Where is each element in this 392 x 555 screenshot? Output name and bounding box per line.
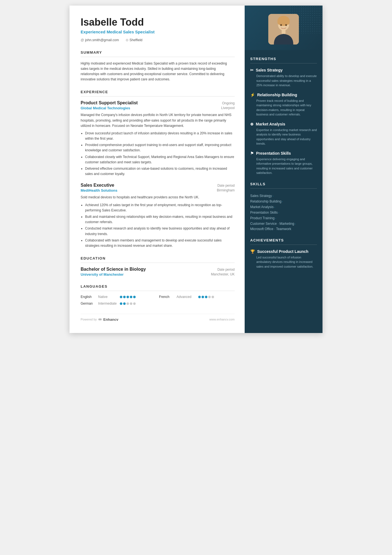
job-2-bullets: Achieved 120% of sales target in the fir… bbox=[81, 203, 235, 249]
job-1-bullets: Drove successful product launch of infus… bbox=[81, 131, 235, 177]
experience-divider bbox=[81, 96, 235, 97]
dot bbox=[202, 296, 204, 298]
svg-point-6 bbox=[285, 24, 287, 26]
svg-rect-4 bbox=[282, 29, 286, 34]
education-title: EDUCATION bbox=[81, 256, 235, 260]
job-2-description: Sold medical devices to hospitals and he… bbox=[81, 195, 235, 200]
email-value: john.smith@gmail.com bbox=[85, 38, 119, 42]
location-contact: ⊙ Sheffield bbox=[126, 38, 142, 42]
strength-3: ⊕ Market Analysis Expertise in conductin… bbox=[250, 122, 317, 146]
achievement-1-icon: 🏆 bbox=[250, 249, 255, 254]
skill-dot: · bbox=[278, 210, 279, 215]
edu-1-date: Date period bbox=[217, 268, 235, 272]
job-1-title: Product Support Specialist bbox=[81, 100, 138, 105]
resume-container: Isabelle Todd Experienced Medical Sales … bbox=[70, 6, 322, 333]
strength-2-title: ⚡ Relationship Building bbox=[250, 93, 317, 97]
skill-dot: · bbox=[272, 194, 274, 198]
summary-divider bbox=[81, 57, 235, 57]
skill-6-name: Customer Service · Marketing bbox=[250, 222, 294, 226]
powered-by-text: Powered by bbox=[81, 318, 97, 321]
dot bbox=[130, 302, 132, 305]
dot bbox=[133, 302, 136, 305]
dot bbox=[126, 302, 129, 305]
email-icon: @ bbox=[81, 38, 84, 42]
photo-area bbox=[245, 6, 322, 50]
languages-section: LANGUAGES English Native bbox=[81, 284, 235, 305]
dot bbox=[120, 302, 122, 305]
strength-4-label: Presentation Skills bbox=[256, 151, 291, 156]
svg-rect-3 bbox=[277, 19, 290, 25]
strength-1: ✂ Sales Strategy Demonstrated ability to… bbox=[250, 68, 317, 88]
experience-title: EXPERIENCE bbox=[81, 90, 235, 94]
strength-3-icon: ⊕ bbox=[250, 122, 254, 126]
lang-english-dots bbox=[120, 296, 136, 298]
location-icon: ⊙ bbox=[126, 38, 128, 42]
dot bbox=[123, 302, 126, 305]
lang-english-level: Native bbox=[98, 295, 118, 299]
edu-1-institution-line: University of Manchester Manchester, UK bbox=[81, 272, 235, 277]
job-2-location: Birmingham bbox=[217, 188, 235, 193]
skill-7: Microsoft Office · Teamwork bbox=[250, 226, 317, 231]
job-2-bullet-3: Conducted market research and analysis t… bbox=[85, 226, 235, 236]
left-column: Isabelle Todd Experienced Medical Sales … bbox=[70, 6, 245, 333]
job-1-company: Global Medical Technologies bbox=[81, 106, 130, 110]
skill-4: Presentation Skills · bbox=[250, 210, 317, 215]
strength-2-desc: Proven track record of building and main… bbox=[250, 98, 317, 117]
edu-1-location: Manchester, UK bbox=[211, 272, 235, 277]
strength-4-desc: Experience delivering engaging and infor… bbox=[250, 157, 317, 175]
skill-dot: · bbox=[275, 216, 276, 220]
candidate-title: Experienced Medical Sales Specialist bbox=[81, 29, 235, 34]
summary-section: SUMMARY Highly motivated and experienced… bbox=[81, 50, 235, 82]
dot bbox=[120, 296, 122, 298]
job-1-bullet-3: Collaborated closely with Technical Supp… bbox=[85, 154, 235, 165]
edu-1: Bachelor of Science in Biology Date peri… bbox=[81, 267, 235, 277]
strength-1-icon: ✂ bbox=[250, 68, 254, 72]
strength-3-desc: Expertise in conducting market research … bbox=[250, 128, 317, 146]
strength-1-label: Sales Strategy bbox=[256, 68, 283, 72]
job-1-location: Liverpool bbox=[221, 106, 235, 110]
languages-title: LANGUAGES bbox=[81, 284, 235, 288]
header-section: Isabelle Todd Experienced Medical Sales … bbox=[81, 17, 235, 42]
job-1-bullet-4: Delivered effective communication on val… bbox=[85, 166, 235, 177]
skill-1-name: Sales Strategy bbox=[250, 194, 272, 198]
skill-dot: · bbox=[282, 199, 283, 204]
skill-3: Market Analysis · bbox=[250, 204, 317, 210]
candidate-name: Isabelle Todd bbox=[81, 17, 235, 28]
achievements-title: ACHIEVEMENTS bbox=[250, 238, 317, 242]
lang-french-level: Advanced bbox=[177, 295, 196, 299]
strength-1-title: ✂ Sales Strategy bbox=[250, 68, 317, 72]
experience-section: EXPERIENCE Product Support Specialist On… bbox=[81, 90, 235, 248]
education-section: EDUCATION Bachelor of Science in Biology… bbox=[81, 256, 235, 277]
strength-3-label: Market Analysis bbox=[256, 122, 285, 126]
achievements-divider bbox=[250, 245, 317, 245]
profile-photo-svg bbox=[268, 14, 299, 45]
right-content: STRENGTHS ✂ Sales Strategy Demonstrated … bbox=[245, 50, 322, 279]
skill-6: Customer Service · Marketing · bbox=[250, 221, 317, 226]
lang-english: English Native bbox=[81, 295, 156, 299]
strengths-title: STRENGTHS bbox=[250, 57, 317, 61]
achievement-1: 🏆 Successful Product Launch Led successf… bbox=[250, 249, 317, 269]
footer: Powered by ∞ Enhancv www.enhancv.com bbox=[81, 314, 235, 322]
job-2-bullet-2: Built and maintained strong relationship… bbox=[85, 214, 235, 225]
skills-divider bbox=[250, 188, 317, 189]
strengths-section: STRENGTHS ✂ Sales Strategy Demonstrated … bbox=[250, 57, 317, 175]
lang-german-dots bbox=[120, 302, 136, 305]
email-contact: @ john.smith@gmail.com bbox=[81, 38, 119, 42]
dot bbox=[212, 296, 214, 298]
strength-2-label: Relationship Building bbox=[257, 93, 297, 97]
achievement-1-label: Successful Product Launch bbox=[257, 249, 308, 254]
edu-1-header: Bachelor of Science in Biology Date peri… bbox=[81, 267, 235, 272]
dot bbox=[123, 296, 126, 298]
dot bbox=[133, 296, 136, 298]
profile-photo bbox=[268, 14, 299, 45]
job-2: Sales Executive Date period MediHealth S… bbox=[81, 183, 235, 248]
skill-4-name: Presentation Skills bbox=[250, 211, 278, 214]
strength-2-icon: ⚡ bbox=[250, 93, 255, 97]
header-contact: @ john.smith@gmail.com ⊙ Sheffield bbox=[81, 38, 235, 42]
lang-french-dots bbox=[198, 296, 214, 298]
job-1-bullet-2: Provided comprehensive product support t… bbox=[85, 142, 235, 153]
skills-title: SKILLS bbox=[250, 182, 317, 186]
strength-4: ⚑ Presentation Skills Experience deliver… bbox=[250, 151, 317, 175]
dot bbox=[126, 296, 129, 298]
job-1: Product Support Specialist Ongoing Globa… bbox=[81, 100, 235, 177]
